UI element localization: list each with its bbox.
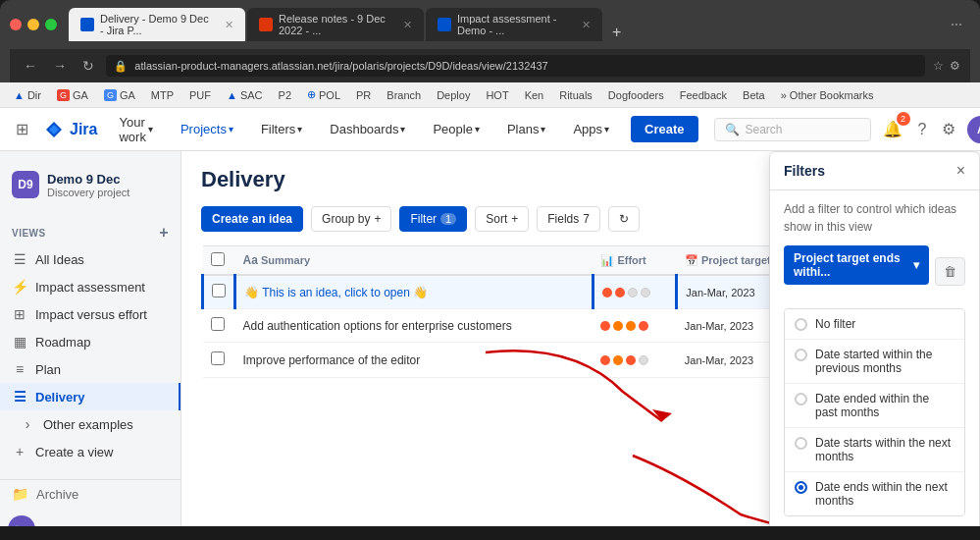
tab-close-release[interactable]: ✕ [403,19,412,31]
sidebar-item-roadmap[interactable]: ▦ Roadmap [0,328,181,355]
tab-impact[interactable]: Impact assessment - Demo - ... ✕ [426,8,602,41]
date-started-prev-radio[interactable] [795,349,807,361]
sidebar-item-all-ideas[interactable]: ☰ All Ideas [0,245,181,273]
bookmark-dogfooders[interactable]: Dogfooders [604,87,668,103]
filters-nav[interactable]: Filters ▾ [255,118,308,140]
filter-option-date-ends-next[interactable]: Date ends within the next months [785,472,964,515]
avatar[interactable]: A [967,116,980,143]
url-bar[interactable]: 🔒 atlassian-product-managers.atlassian.n… [106,55,925,77]
row3-summary[interactable]: Improve performance of the editor [235,343,593,378]
bookmark-other[interactable]: » Other Bookmarks [777,87,878,103]
bookmark-ga2[interactable]: GGA [100,87,139,103]
bookmark-icon[interactable]: ☆ [933,59,944,73]
fields-button[interactable]: Fields 7 [537,206,600,232]
tab-close-delivery[interactable]: ✕ [225,19,233,31]
settings-button[interactable]: ⚙ [938,116,959,142]
bookmark-feedback[interactable]: Feedback [676,87,731,103]
filter-panel-close-button[interactable]: × [956,162,965,180]
bookmark-pr[interactable]: PR [352,87,375,103]
dashboards-nav[interactable]: Dashboards ▾ [324,118,411,140]
bookmark-p2[interactable]: P2 [275,87,295,103]
bookmark-ken[interactable]: Ken [521,87,548,103]
row1-effort [593,275,676,309]
sidebar-item-other-examples[interactable]: › Other examples [0,410,181,438]
tab-delivery[interactable]: Delivery - Demo 9 Dec - Jira P... ✕ [69,8,245,41]
bookmark-sac[interactable]: ▲SAC [223,87,267,103]
create-idea-button[interactable]: Create an idea [201,206,303,232]
bookmark-deploy[interactable]: Deploy [433,87,474,103]
row1-checkbox[interactable] [212,284,226,297]
select-all-checkbox[interactable] [211,252,225,266]
content-area: Delivery Create an idea Group by + Filte… [181,151,980,526]
traffic-lights [10,19,57,30]
projects-nav[interactable]: Projects ▾ [175,118,239,140]
create-button[interactable]: Create [631,116,697,142]
reload-button[interactable]: ↻ [78,56,98,76]
impact-effort-icon: ⊞ [12,306,27,322]
filter-option-date-ended-prev[interactable]: Date ended within the past months [785,384,964,428]
filter-option-no-filter[interactable]: No filter [785,309,964,340]
row1-summary[interactable]: 👋 This is an idea, click to open 👋 [235,275,593,309]
bookmark-ga1[interactable]: GGA [53,87,92,103]
window-controls[interactable]: ⋯ [943,18,970,31]
filter-panel-header: Filters × [770,152,979,190]
sidebar-item-impact-effort[interactable]: ⊞ Impact versus effort [0,300,181,328]
sidebar-item-impact-assessment[interactable]: ⚡ Impact assessment [0,273,181,300]
filter-option-date-starts-next[interactable]: Date starts within the next months [785,428,964,472]
help-button[interactable]: ? [914,117,931,142]
back-button[interactable]: ← [20,56,41,76]
bookmark-branch[interactable]: Branch [383,87,425,103]
bookmark-dir[interactable]: ▲Dir [10,87,45,103]
sidebar-item-delivery[interactable]: ☰ Delivery [0,383,181,410]
minimize-button[interactable] [27,19,39,30]
row2-checkbox[interactable] [211,317,225,331]
people-nav[interactable]: People ▾ [427,118,485,140]
your-work-nav[interactable]: Your work ▾ [113,111,158,148]
summary-label: Summary [261,254,310,266]
group-by-button[interactable]: Group by + [311,206,391,232]
sidebar-item-plan[interactable]: ≡ Plan [0,355,181,383]
date-starts-next-radio[interactable] [795,437,807,450]
grid-icon[interactable]: ⊞ [16,120,28,138]
tabs-bar: Delivery - Demo 9 Dec - Jira P... ✕ Rele… [69,8,943,41]
close-button[interactable] [10,19,22,30]
dot2 [613,355,623,365]
notifications-button[interactable]: 🔔 2 [879,116,906,142]
bookmark-rituals[interactable]: Rituals [555,87,596,103]
row2-summary[interactable]: Add authentication options for enterpris… [235,309,593,343]
add-view-icon[interactable]: + [159,224,169,242]
tab-title-release: Release notes - 9 Dec 2022 - ... [279,13,393,36]
filter-button[interactable]: Filter 1 [399,206,467,232]
search-box[interactable]: 🔍 Search [714,118,871,141]
row3-checkbox[interactable] [211,351,225,365]
views-section-title: VIEWS + [0,220,181,245]
bookmark-mtp[interactable]: MTP [147,87,178,103]
project-icon: D9 [12,171,39,198]
tab-release-notes[interactable]: Release notes - 9 Dec 2022 - ... ✕ [247,8,424,41]
plans-nav[interactable]: Plans ▾ [501,118,552,140]
no-filter-radio[interactable] [795,318,807,331]
filter-delete-button[interactable]: 🗑 [935,257,965,286]
tab-close-impact[interactable]: ✕ [582,19,591,31]
dot4 [639,355,648,365]
sidebar-user-avatar[interactable]: 📷 [8,515,35,526]
filter-option-date-started-prev[interactable]: Date started within the previous months [785,340,964,384]
bookmark-hot[interactable]: HOT [482,87,512,103]
apps-nav[interactable]: Apps ▾ [567,118,615,140]
bookmark-pol[interactable]: ⊕POL [303,86,344,103]
calendar-icon: 📅 [685,254,698,266]
sidebar-item-create-view[interactable]: + Create a view [0,438,181,465]
bookmark-puf[interactable]: PUF [185,87,215,103]
sort-button[interactable]: Sort + [475,206,529,232]
refresh-button[interactable]: ↻ [608,206,640,232]
extension-icon[interactable]: ⚙ [950,59,960,73]
bookmark-beta[interactable]: Beta [739,87,769,103]
forward-button[interactable]: → [49,56,71,76]
filter-dropdown-button[interactable]: Project target ends withi... ▾ [784,245,929,285]
fullscreen-button[interactable] [45,19,57,30]
date-ended-prev-radio[interactable] [795,393,807,405]
project-name: Demo 9 Dec [47,172,129,187]
sidebar-item-archive[interactable]: 📁 Archive [0,479,181,508]
date-ends-next-radio[interactable] [795,481,807,494]
new-tab-button[interactable]: + [604,24,629,41]
